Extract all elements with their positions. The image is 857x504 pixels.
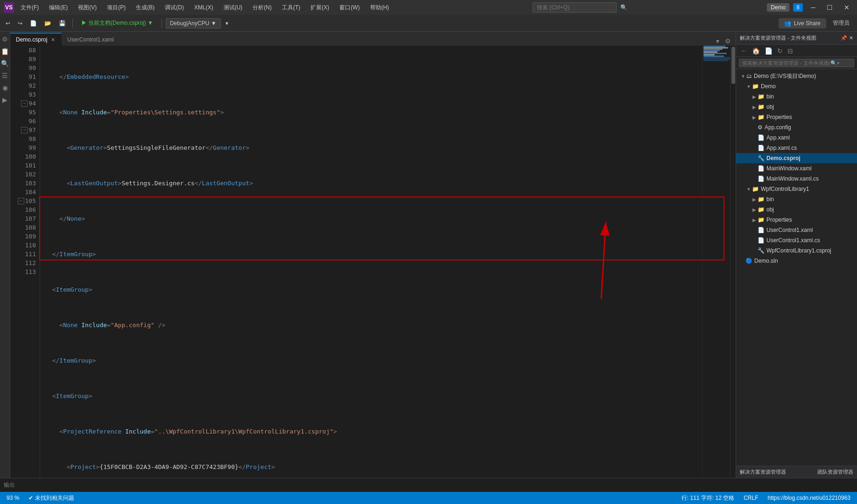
menu-view[interactable]: 视图(V)	[74, 2, 100, 14]
tree-demo-sln[interactable]: 🔵 Demo.sln	[736, 256, 857, 266]
tree-wpf-properties-arrow: ▶	[751, 217, 758, 223]
se-pin-icon[interactable]: 📌	[841, 35, 847, 41]
se-search-input[interactable]	[739, 59, 854, 67]
tree-mainwindow-xaml-cs[interactable]: 📄 MainWindow.xaml.cs	[736, 174, 857, 184]
tree-mainwindow-xaml[interactable]: 📄 MainWindow.xaml	[736, 163, 857, 174]
config-arrow[interactable]: ▾	[223, 19, 231, 28]
code-content[interactable]: </EmbeddedResource> <None Include="Prope…	[40, 46, 702, 478]
run-button[interactable]: ▶ 当前文档(Demo.csproj) ▼	[77, 18, 158, 28]
sidebar-icon-6[interactable]: ▶	[0, 94, 10, 105]
tree-demo-folder-label: Demo	[761, 83, 776, 90]
tree-wpf-obj[interactable]: ▶ 📁 obj	[736, 204, 857, 215]
se-title: 解决方案资源管理器 - 文件夹视图	[740, 35, 816, 42]
tree-wpf-bin[interactable]: ▶ 📁 bin	[736, 194, 857, 204]
manage-button[interactable]: 管理员	[828, 17, 854, 29]
notification-badge[interactable]: 8	[793, 3, 803, 12]
minimap	[702, 46, 730, 478]
close-button[interactable]: ✕	[840, 1, 853, 14]
tree-bin[interactable]: ▶ 📁 bin	[736, 91, 857, 102]
no-issues-status[interactable]: ✔ 未找到相关问题	[27, 493, 76, 503]
minimize-button[interactable]: ─	[807, 1, 820, 14]
tree-usercontrol1-xaml[interactable]: 📄 UserControl1.xaml	[736, 225, 857, 235]
se-collapse-btn[interactable]: ⊟	[786, 46, 795, 56]
tree-properties-arrow: ▶	[751, 115, 758, 120]
tab-usercontrol1-xaml[interactable]: UserControl1.xaml	[62, 33, 119, 46]
tree-app-config-label: App.config	[765, 124, 791, 131]
tree-root[interactable]: ▼ 🗂 Demo (E:\VS项目\Demo)	[736, 71, 857, 81]
sidebar-icon-2[interactable]: 📋	[0, 46, 10, 57]
tree-properties[interactable]: ▶ 📁 Properties	[736, 112, 857, 122]
toolbar: ↩ ↪ 📄 📂 💾 ▶ 当前文档(Demo.csproj) ▼ Debug|An…	[0, 15, 857, 32]
se-footer-right[interactable]: 团队资源管理器	[817, 469, 853, 476]
tree-app-config[interactable]: ⚙ App.config	[736, 122, 857, 133]
tab-settings-btn[interactable]: ⚙	[723, 36, 733, 46]
save-button[interactable]: 💾	[56, 19, 69, 28]
tab-actions: ▾ ⚙	[714, 36, 736, 46]
tree-demo-folder[interactable]: ▼ 📁 Demo	[736, 81, 857, 91]
tab-demo-csproj-close[interactable]: ✕	[50, 37, 56, 43]
maximize-button[interactable]: ☐	[823, 1, 836, 14]
menu-xml[interactable]: XML(X)	[190, 2, 217, 13]
zoom-level[interactable]: 93 %	[5, 494, 21, 502]
menu-analyze[interactable]: 分析(N)	[249, 2, 275, 14]
title-search-input[interactable]	[533, 2, 617, 13]
tree-wpf-csproj[interactable]: 🔧 WpfControlLibrary1.csproj	[736, 245, 857, 256]
sidebar-icon-3[interactable]: 🔍	[0, 58, 10, 69]
sidebar-icon-4[interactable]: ☰	[0, 70, 10, 81]
tree-demo-sln-icon: 🔵	[745, 258, 752, 264]
fold-105[interactable]: −	[18, 198, 24, 204]
se-back-btn[interactable]: ←	[739, 46, 749, 56]
menu-test[interactable]: 测试(U)	[220, 2, 246, 14]
menu-edit[interactable]: 编辑(E)	[45, 2, 71, 14]
menu-project[interactable]: 项目(P)	[103, 2, 129, 14]
se-home-btn[interactable]: 🏠	[750, 46, 762, 56]
code-editor[interactable]: 88 89 90 91 92 93 −94 95 96 −97 98 99 10…	[10, 46, 736, 478]
tree-app-xaml-cs[interactable]: 📄 App.xaml.cs	[736, 143, 857, 153]
tree-root-label: Demo (E:\VS项目\Demo)	[754, 72, 816, 80]
config-dropdown[interactable]: Debug|AnyCPU ▼	[166, 18, 221, 28]
tab-dropdown-btn[interactable]: ▾	[714, 36, 721, 46]
redo-button[interactable]: ↪	[15, 19, 25, 28]
tree-obj-label: obj	[766, 104, 774, 110]
se-refresh-btn[interactable]: ↻	[775, 46, 785, 56]
status-bar: 93 % ✔ 未找到相关问题 行: 111 字符: 12 空格 CRLF htt…	[0, 492, 857, 504]
menu-extensions[interactable]: 扩展(X)	[307, 2, 333, 14]
solution-explorer: 解决方案资源管理器 - 文件夹视图 📌 ✕ ← 🏠 📄 ↻ ⊟ ▼ 🗂 Demo…	[736, 32, 857, 478]
tree-obj[interactable]: ▶ 📁 obj	[736, 102, 857, 112]
se-show-all-btn[interactable]: 📄	[763, 46, 774, 56]
sidebar-icon-5[interactable]: ◉	[0, 82, 10, 93]
tree-usercontrol1-xaml-cs[interactable]: 📄 UserControl1.xaml.cs	[736, 235, 857, 245]
cursor-position[interactable]: 行: 111 字符: 12 空格	[680, 493, 736, 503]
open-file-button[interactable]: 📂	[42, 19, 54, 28]
se-footer-left[interactable]: 解决方案资源管理器	[740, 469, 786, 476]
menu-window[interactable]: 窗口(W)	[336, 2, 363, 14]
output-label[interactable]: 输出	[4, 481, 15, 489]
fold-97[interactable]: −	[21, 127, 28, 133]
tree-wpf-folder[interactable]: ▼ 📁 WpfControlLibrary1	[736, 184, 857, 194]
code-line-91: <LastGenOutput>Settings.Designer.cs</Las…	[45, 179, 697, 188]
title-bar-right: Demo 8 ─ ☐ ✕	[767, 1, 853, 14]
tree-demo-csproj[interactable]: 🔧 Demo.csproj	[736, 153, 857, 163]
se-close-icon[interactable]: ✕	[849, 35, 853, 41]
scroll-thumb[interactable]	[731, 47, 735, 84]
line-ending[interactable]: CRLF	[742, 494, 760, 502]
tree-usercontrol1-xaml-icon: 📄	[758, 227, 765, 233]
menu-debug[interactable]: 调试(D)	[161, 2, 188, 14]
live-share-button[interactable]: 👥 Live Share	[779, 18, 826, 28]
menu-tools[interactable]: 工具(T)	[278, 2, 304, 14]
scrollbar-vertical[interactable]	[730, 46, 736, 478]
tree-app-xaml[interactable]: 📄 App.xaml	[736, 133, 857, 143]
menu-file[interactable]: 文件(F)	[17, 2, 42, 14]
code-line-97: <ItemGroup>	[45, 392, 697, 400]
sidebar-icon-1[interactable]: ⚙	[0, 34, 10, 45]
tab-demo-csproj[interactable]: Demo.csproj ✕	[10, 33, 62, 46]
tree-wpf-properties[interactable]: ▶ 📁 Properties	[736, 215, 857, 225]
new-file-button[interactable]: 📄	[27, 19, 40, 28]
git-link[interactable]: https://blog.csdn.net/u012210963	[766, 494, 852, 502]
tree-usercontrol1-xaml-cs-icon: 📄	[758, 237, 765, 244]
undo-button[interactable]: ↩	[3, 19, 13, 28]
menu-help[interactable]: 帮助(H)	[366, 2, 393, 14]
menu-build[interactable]: 生成(B)	[132, 2, 158, 14]
tree-mainwindow-xaml-label: MainWindow.xaml	[766, 165, 812, 172]
fold-94[interactable]: −	[21, 100, 28, 107]
